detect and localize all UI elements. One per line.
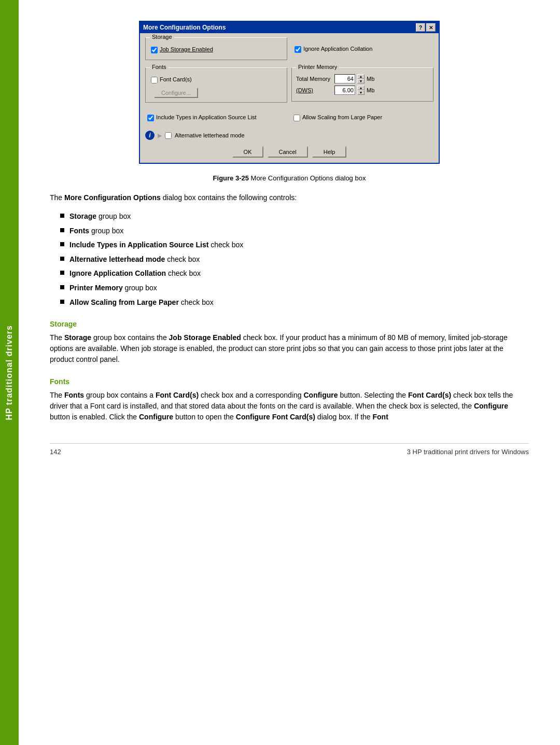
bullet-icon bbox=[60, 271, 64, 275]
fonts-group: Fonts Font Card(s) Configure... bbox=[145, 67, 287, 103]
alt-letterhead-row: i ▶ Alternative letterhead mode bbox=[145, 129, 433, 142]
printer-memory-col: Printer Memory Total Memory ▲ ▼ Mb bbox=[291, 67, 433, 107]
total-memory-up[interactable]: ▲ bbox=[357, 74, 365, 79]
bullet-icon bbox=[60, 300, 64, 304]
dws-up[interactable]: ▲ bbox=[357, 86, 365, 90]
ignore-collation-label: Ignore Application Collation bbox=[303, 46, 372, 52]
dialog-buttons: OK Cancel Help bbox=[145, 146, 433, 158]
figure-title: More Configuration Options dialog box bbox=[251, 174, 366, 182]
fonts-col: Fonts Font Card(s) Configure... bbox=[145, 67, 287, 107]
dialog-body: Storage Job Storage Enabled Ignore Appli… bbox=[140, 33, 439, 163]
total-memory-row: Total Memory ▲ ▼ Mb bbox=[296, 74, 429, 83]
figure-caption: Figure 3-25 More Configuration Options d… bbox=[50, 174, 529, 182]
help-titlebar-button[interactable]: ? bbox=[416, 23, 425, 32]
main-content: More Configuration Options ? ✕ Storage J… bbox=[19, 0, 560, 745]
fonts-heading: Fonts bbox=[50, 377, 529, 386]
cancel-button[interactable]: Cancel bbox=[268, 146, 308, 158]
page-number: 142 bbox=[50, 448, 61, 456]
font-cards-checkbox[interactable] bbox=[151, 77, 158, 83]
bullet-icon bbox=[60, 257, 64, 261]
storage-body: The Storage group box contains the Job S… bbox=[50, 332, 529, 365]
dws-row: (DWS) ▲ ▼ Mb bbox=[296, 86, 429, 95]
ignore-collation-check-item: Ignore Application Collation bbox=[293, 44, 431, 55]
job-storage-label: Job Storage Enabled bbox=[160, 46, 213, 52]
figure-number: Figure 3-25 bbox=[213, 174, 249, 182]
bullet-icon bbox=[60, 285, 64, 289]
alt-letterhead-label: Alternative letterhead mode bbox=[175, 132, 245, 138]
font-cards-check-item: Font Card(s) bbox=[150, 74, 283, 86]
list-item: Ignore Application Collation check box bbox=[60, 269, 529, 279]
storage-legend: Storage bbox=[150, 34, 174, 40]
dws-input[interactable] bbox=[334, 86, 355, 95]
list-item-text: Allow Scaling from Large Paper check box bbox=[69, 298, 214, 308]
dws-down[interactable]: ▼ bbox=[357, 90, 365, 95]
dws-label: (DWS) bbox=[296, 87, 332, 93]
allow-scaling-label: Allow Scaling from Large Paper bbox=[302, 114, 382, 120]
dws-unit: Mb bbox=[367, 87, 374, 93]
include-types-col: Include Types in Application Source List bbox=[145, 110, 287, 125]
printer-memory-legend: Printer Memory bbox=[296, 64, 339, 70]
total-memory-unit: Mb bbox=[367, 76, 374, 82]
allow-scaling-col: Allow Scaling from Large Paper bbox=[291, 110, 433, 125]
ignore-collation-area: Ignore Application Collation bbox=[291, 37, 433, 59]
help-button[interactable]: Help bbox=[312, 146, 347, 158]
font-cards-label: Font Card(s) bbox=[160, 76, 192, 82]
job-storage-checkbox[interactable] bbox=[151, 47, 158, 53]
list-item-text: Include Types in Application Source List… bbox=[69, 240, 243, 250]
sidebar-label: HP traditional drivers bbox=[5, 325, 14, 420]
list-item-text: Printer Memory group box bbox=[69, 283, 157, 293]
job-storage-check-item: Job Storage Enabled bbox=[150, 44, 283, 55]
list-item-text: Fonts group box bbox=[69, 226, 123, 236]
dialog-box: More Configuration Options ? ✕ Storage J… bbox=[139, 21, 440, 164]
include-types-label: Include Types in Application Source List bbox=[156, 114, 257, 120]
list-item: Fonts group box bbox=[60, 226, 529, 236]
printer-memory-group: Printer Memory Total Memory ▲ ▼ Mb bbox=[291, 67, 433, 102]
page-footer: 142 3 HP traditional print drivers for W… bbox=[50, 443, 529, 456]
titlebar-buttons: ? ✕ bbox=[416, 23, 436, 32]
bullet-icon bbox=[60, 228, 64, 232]
intro-paragraph: The More Configuration Options dialog bo… bbox=[50, 192, 529, 203]
list-item: Storage group box bbox=[60, 212, 529, 222]
bullet-list: Storage group box Fonts group box Includ… bbox=[50, 212, 529, 307]
list-item-text: Alternative letterhead mode check box bbox=[69, 255, 200, 265]
storage-group: Storage Job Storage Enabled bbox=[145, 37, 287, 60]
dialog-title: More Configuration Options bbox=[143, 24, 226, 31]
list-item: Printer Memory group box bbox=[60, 283, 529, 293]
top-row: Storage Job Storage Enabled Ignore Appli… bbox=[145, 37, 433, 64]
fonts-body: The Fonts group box contains a Font Card… bbox=[50, 390, 529, 423]
chapter-label: 3 HP traditional print drivers for Windo… bbox=[407, 448, 529, 456]
total-memory-spinners: ▲ ▼ bbox=[357, 74, 365, 83]
total-memory-down[interactable]: ▼ bbox=[357, 79, 365, 83]
list-item: Include Types in Application Source List… bbox=[60, 240, 529, 250]
storage-col: Storage Job Storage Enabled bbox=[145, 37, 287, 64]
storage-heading: Storage bbox=[50, 320, 529, 328]
ok-button[interactable]: OK bbox=[232, 146, 263, 158]
second-row: Fonts Font Card(s) Configure... Printer bbox=[145, 67, 433, 107]
list-item-text: Ignore Application Collation check box bbox=[69, 269, 201, 279]
third-row: Include Types in Application Source List… bbox=[145, 110, 433, 125]
configure-button[interactable]: Configure... bbox=[154, 88, 198, 98]
bullet-icon bbox=[60, 214, 64, 218]
total-memory-input[interactable] bbox=[334, 74, 355, 83]
allow-scaling-checkbox[interactable] bbox=[293, 115, 300, 121]
fonts-legend: Fonts bbox=[150, 64, 169, 70]
dws-spinners: ▲ ▼ bbox=[357, 86, 365, 95]
total-memory-label: Total Memory bbox=[296, 76, 332, 82]
list-item: Allow Scaling from Large Paper check box bbox=[60, 298, 529, 308]
dialog-titlebar: More Configuration Options ? ✕ bbox=[140, 22, 439, 33]
sidebar: HP traditional drivers bbox=[0, 0, 19, 745]
list-item-text: Storage group box bbox=[69, 212, 131, 222]
ignore-collation-checkbox[interactable] bbox=[295, 46, 301, 53]
include-types-check-item: Include Types in Application Source List bbox=[146, 112, 286, 123]
list-item: Alternative letterhead mode check box bbox=[60, 255, 529, 265]
close-titlebar-button[interactable]: ✕ bbox=[426, 23, 436, 32]
info-icon: i bbox=[145, 131, 155, 140]
allow-scaling-check-item: Allow Scaling from Large Paper bbox=[292, 112, 432, 123]
ignore-col: Ignore Application Collation bbox=[291, 37, 433, 64]
bullet-icon bbox=[60, 242, 64, 246]
alt-letterhead-checkbox[interactable] bbox=[165, 132, 172, 139]
include-types-checkbox[interactable] bbox=[147, 115, 154, 121]
